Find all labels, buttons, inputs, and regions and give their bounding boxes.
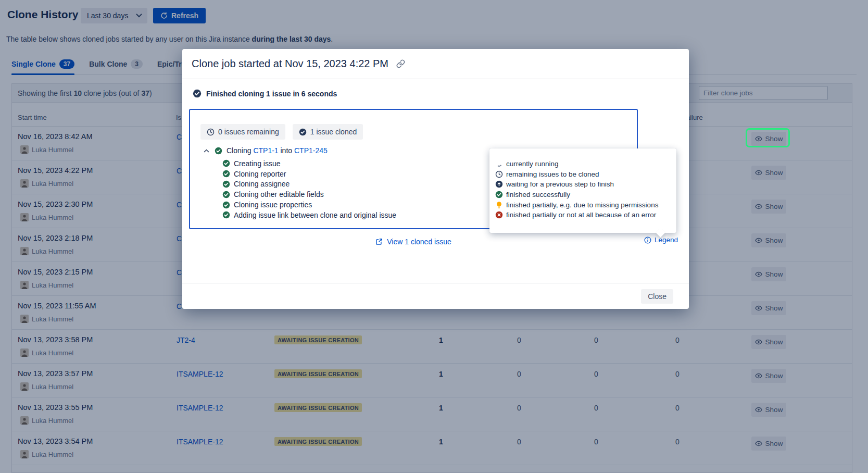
view-link-wrap: View 1 cloned issue bbox=[189, 238, 638, 247]
clock-icon bbox=[207, 128, 215, 136]
job-status-text: Finished cloning 1 issue in 6 seconds bbox=[206, 90, 337, 98]
clone-step-label: Creating issue bbox=[234, 159, 281, 168]
error-circle-icon bbox=[494, 211, 504, 219]
clone-tree-parent: Cloning CTP1-1 into CTP1-245 bbox=[203, 146, 328, 155]
cloned-issue-link[interactable]: CTP1-245 bbox=[294, 146, 328, 155]
check-circle-icon bbox=[222, 170, 230, 178]
progress-pills: 0 issues remaining1 issue cloned bbox=[200, 124, 363, 140]
clone-step-label: Cloning issue properties bbox=[234, 201, 312, 209]
check-circle-icon bbox=[222, 159, 230, 167]
job-status-line: Finished cloning 1 issue in 6 seconds bbox=[193, 89, 337, 98]
close-button[interactable]: Close bbox=[641, 289, 673, 304]
clone-step: Cloning other editable fields bbox=[222, 189, 396, 200]
check-circle-icon bbox=[193, 89, 202, 98]
legend-label: Legend bbox=[655, 236, 678, 244]
legend-item-label: waiting for a previous step to finish bbox=[506, 180, 614, 188]
progress-pill: 1 issue cloned bbox=[293, 124, 363, 140]
bulb-icon bbox=[494, 201, 504, 209]
clone-step: Cloning assignee bbox=[222, 179, 396, 190]
clone-step-label: Cloning assignee bbox=[234, 180, 290, 188]
clock-icon bbox=[494, 170, 504, 178]
legend-item-label: finished partially, e.g. due to missing … bbox=[506, 201, 658, 209]
clone-step: Cloning issue properties bbox=[222, 200, 396, 210]
external-link-icon bbox=[375, 238, 383, 245]
progress-pill-label: 0 issues remaining bbox=[218, 128, 279, 136]
source-issue-link[interactable]: CTP1-1 bbox=[253, 146, 278, 155]
legend-link[interactable]: Legend bbox=[644, 236, 678, 244]
legend-item: finished partially, e.g. due to missing … bbox=[494, 200, 671, 210]
check-circle-icon bbox=[222, 191, 230, 198]
check-circle-icon bbox=[222, 201, 230, 209]
view-cloned-issue-link[interactable]: View 1 cloned issue bbox=[375, 238, 451, 246]
clone-tree-steps: Creating issueCloning reporterCloning as… bbox=[222, 158, 396, 220]
check-circle-icon bbox=[494, 191, 504, 198]
check-circle-icon bbox=[222, 180, 230, 188]
spinner-icon bbox=[494, 161, 504, 167]
legend-item-label: finished partially or not at all because… bbox=[506, 211, 656, 219]
arrow-up-circle-icon bbox=[494, 180, 504, 188]
dialog-header: Clone job started at Nov 15, 2023 4:22 P… bbox=[182, 49, 689, 79]
legend-item: currently running bbox=[494, 159, 671, 169]
info-icon bbox=[644, 236, 651, 244]
clone-step: Adding issue link between clone and orig… bbox=[222, 210, 396, 220]
check-circle-icon bbox=[215, 147, 222, 155]
legend-item: finished partially or not at all because… bbox=[494, 210, 671, 220]
clone-step: Cloning reporter bbox=[222, 169, 396, 179]
legend-item: remaining issues to be cloned bbox=[494, 169, 671, 180]
legend-item: waiting for a previous step to finish bbox=[494, 179, 671, 190]
view-cloned-issue-label: View 1 cloned issue bbox=[387, 238, 451, 246]
clone-step-label: Adding issue link between clone and orig… bbox=[234, 211, 396, 219]
legend-item-label: currently running bbox=[506, 160, 559, 168]
legend-item-label: finished successfully bbox=[506, 191, 570, 198]
clone-step-label: Cloning reporter bbox=[234, 170, 286, 178]
legend-item: finished successfully bbox=[494, 190, 671, 200]
legend-item-label: remaining issues to be cloned bbox=[506, 170, 599, 178]
check-circle-icon bbox=[222, 211, 230, 219]
dialog-title: Clone job started at Nov 15, 2023 4:22 P… bbox=[192, 58, 388, 70]
clone-tree-parent-label: Cloning CTP1-1 into CTP1-245 bbox=[227, 146, 328, 155]
clone-step: Creating issue bbox=[222, 158, 396, 169]
chevron-up-icon[interactable] bbox=[203, 149, 210, 153]
dialog-footer: Close bbox=[182, 283, 689, 309]
clone-job-dialog: Clone job started at Nov 15, 2023 4:22 P… bbox=[182, 49, 689, 309]
link-icon[interactable] bbox=[396, 59, 405, 68]
clone-step-label: Cloning other editable fields bbox=[234, 190, 324, 198]
progress-pill: 0 issues remaining bbox=[200, 124, 285, 140]
check-navy-icon bbox=[299, 128, 307, 136]
progress-pill-label: 1 issue cloned bbox=[310, 128, 357, 136]
legend-popup: currently runningremaining issues to be … bbox=[489, 148, 676, 233]
